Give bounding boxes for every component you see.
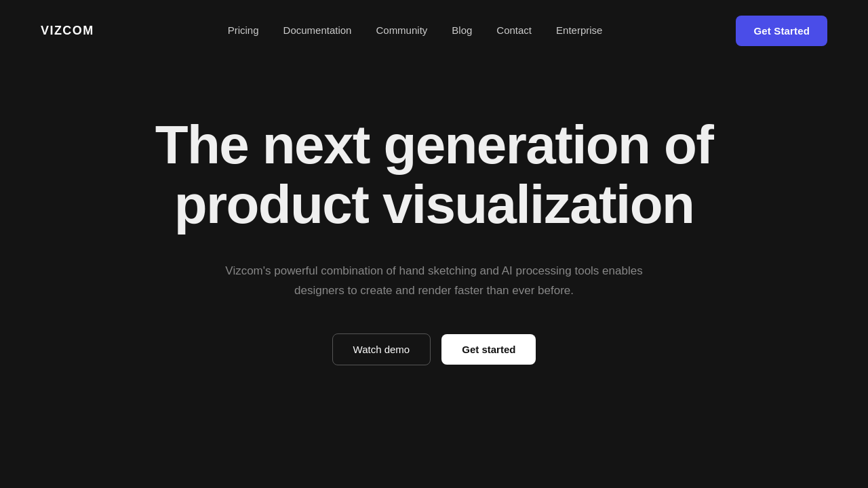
watch-demo-button[interactable]: Watch demo	[332, 333, 431, 365]
nav-enterprise[interactable]: Enterprise	[556, 24, 602, 36]
nav-get-started-button[interactable]: Get Started	[736, 16, 827, 46]
hero-title-line1: The next generation of	[155, 115, 713, 175]
hero-section: The next generation of product visualiza…	[0, 61, 868, 365]
hero-title: The next generation of product visualiza…	[155, 115, 713, 235]
nav-contact[interactable]: Contact	[496, 24, 532, 36]
nav-documentation[interactable]: Documentation	[283, 24, 352, 36]
get-started-button[interactable]: Get started	[441, 334, 536, 365]
hero-title-line2: product visualization	[174, 174, 694, 235]
nav-pricing[interactable]: Pricing	[228, 24, 259, 36]
nav-links: Pricing Documentation Community Blog Con…	[228, 24, 603, 37]
logo: VIZCOM	[41, 24, 94, 38]
nav-community[interactable]: Community	[376, 24, 427, 36]
navbar: VIZCOM Pricing Documentation Community B…	[0, 0, 868, 61]
nav-blog[interactable]: Blog	[452, 24, 472, 36]
hero-actions: Watch demo Get started	[332, 333, 536, 365]
hero-subtitle: Vizcom's powerful combination of hand sk…	[214, 262, 654, 301]
